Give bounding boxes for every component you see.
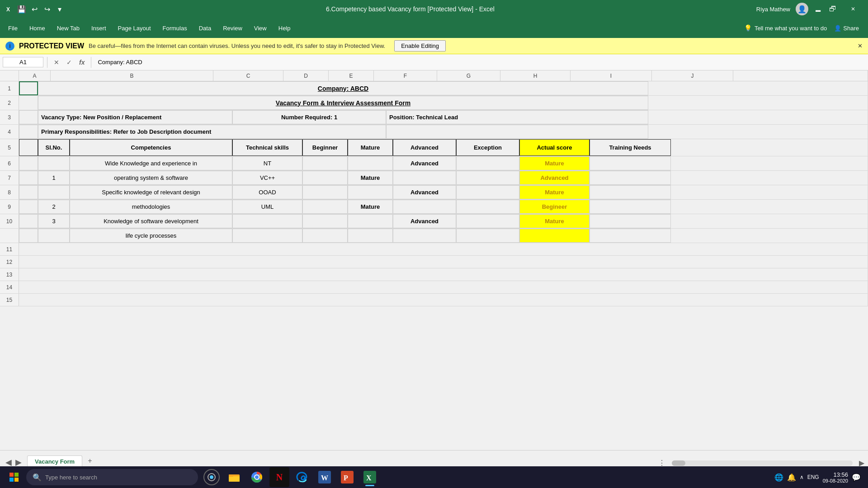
insert-function-icon[interactable]: fx bbox=[76, 58, 87, 67]
cell-d9[interactable]: UML bbox=[232, 200, 302, 214]
cell-h6[interactable] bbox=[456, 156, 519, 170]
cell-j7[interactable] bbox=[590, 171, 671, 185]
cell-j10[interactable] bbox=[590, 214, 671, 228]
cell-j10b[interactable] bbox=[590, 229, 671, 243]
cell-g8[interactable]: Advanced bbox=[393, 185, 456, 199]
menu-new-tab[interactable]: New Tab bbox=[52, 22, 85, 34]
row-num-14[interactable]: 14 bbox=[0, 281, 19, 293]
row-num-4[interactable]: 4 bbox=[0, 125, 19, 139]
cell-f10[interactable] bbox=[348, 214, 393, 228]
menu-formulas[interactable]: Formulas bbox=[157, 22, 193, 34]
cell-i10b[interactable] bbox=[519, 229, 590, 243]
cell-a7[interactable] bbox=[19, 171, 38, 185]
cell-b10b[interactable] bbox=[38, 229, 70, 243]
cell-a6[interactable] bbox=[19, 156, 38, 170]
cell-g10b[interactable] bbox=[393, 229, 456, 243]
cell-i10[interactable]: Mature bbox=[519, 214, 590, 228]
share-button[interactable]: 👤 Share bbox=[828, 22, 865, 34]
row-num-3[interactable]: 3 bbox=[0, 110, 19, 124]
cell-c7[interactable]: operating system & software bbox=[70, 171, 232, 185]
cell-e8[interactable] bbox=[302, 185, 348, 199]
cell-h8[interactable] bbox=[456, 185, 519, 199]
cell-row14[interactable] bbox=[19, 281, 868, 293]
menu-insert[interactable]: Insert bbox=[86, 22, 112, 34]
cell-b4-merged[interactable]: Primary Responsibilities: Refer to Job D… bbox=[38, 125, 386, 139]
row-num-13[interactable]: 13 bbox=[0, 268, 19, 281]
cell-g7[interactable] bbox=[393, 171, 456, 185]
cell-e7[interactable] bbox=[302, 171, 348, 185]
cell-a5[interactable] bbox=[19, 139, 38, 156]
cell-a1[interactable] bbox=[19, 81, 38, 95]
taskbar-app-word[interactable]: W bbox=[315, 467, 335, 487]
cancel-formula-icon[interactable]: ✕ bbox=[51, 58, 62, 67]
cell-row1-extra[interactable] bbox=[648, 81, 868, 95]
cortana-button[interactable] bbox=[203, 469, 220, 485]
cell-d3-f3[interactable]: Number Required: 1 bbox=[232, 110, 386, 124]
cell-row11[interactable] bbox=[19, 243, 868, 255]
cell-f9[interactable]: Mature bbox=[348, 200, 393, 214]
cell-d8[interactable]: OOAD bbox=[232, 185, 302, 199]
row-num-12[interactable]: 12 bbox=[0, 256, 19, 268]
cell-row4-extra[interactable] bbox=[648, 125, 868, 139]
sheet-tab-add[interactable]: + bbox=[83, 455, 96, 467]
row-num-6[interactable]: 6 bbox=[0, 156, 19, 170]
cell-d10b[interactable] bbox=[232, 229, 302, 243]
cell-b6[interactable] bbox=[38, 156, 70, 170]
row-num-10[interactable]: 10 bbox=[0, 214, 19, 228]
minimize-window-icon[interactable]: 🗕 bbox=[814, 5, 823, 14]
cell-row3-extra[interactable] bbox=[648, 110, 868, 124]
save-icon[interactable]: 💾 bbox=[17, 5, 26, 14]
header-exception[interactable]: Exception bbox=[456, 139, 519, 156]
header-advanced[interactable]: Advanced bbox=[393, 139, 456, 156]
menu-data[interactable]: Data bbox=[193, 22, 217, 34]
cell-c9[interactable]: methodologies bbox=[70, 200, 232, 214]
row-num-7[interactable]: 7 bbox=[0, 171, 19, 185]
col-header-g[interactable]: G bbox=[437, 70, 500, 81]
menu-view[interactable]: View bbox=[249, 22, 272, 34]
undo-icon[interactable]: ↩ bbox=[30, 5, 39, 14]
cell-a3[interactable] bbox=[19, 110, 38, 124]
quick-access-dropdown-icon[interactable]: ▾ bbox=[55, 5, 64, 14]
cell-d6[interactable]: NT bbox=[232, 156, 302, 170]
cell-i7[interactable]: Advanced bbox=[519, 171, 590, 185]
user-avatar[interactable]: 👤 bbox=[796, 3, 808, 15]
header-technical-skills[interactable]: Technical skills bbox=[232, 139, 302, 156]
cell-b7[interactable]: 1 bbox=[38, 171, 70, 185]
cell-d10[interactable] bbox=[232, 214, 302, 228]
restore-window-icon[interactable]: 🗗 bbox=[828, 5, 837, 14]
cell-row1-merged[interactable]: Company: ABCD bbox=[38, 81, 648, 95]
cell-reference-input[interactable] bbox=[3, 57, 43, 67]
menu-file[interactable]: File bbox=[3, 22, 23, 34]
cell-row4-rest[interactable] bbox=[386, 125, 648, 139]
menu-help[interactable]: Help bbox=[273, 22, 296, 34]
row-num-9[interactable]: 9 bbox=[0, 200, 19, 214]
taskbar-app-chrome[interactable] bbox=[247, 467, 267, 487]
cell-g10[interactable]: Advanced bbox=[393, 214, 456, 228]
cell-h10[interactable] bbox=[456, 214, 519, 228]
col-header-i[interactable]: I bbox=[571, 70, 652, 81]
header-competencies[interactable]: Competencies bbox=[70, 139, 232, 156]
cell-e10[interactable] bbox=[302, 214, 348, 228]
system-tray-expand[interactable]: ∧ bbox=[800, 474, 804, 480]
cell-h9[interactable] bbox=[456, 200, 519, 214]
enable-editing-button[interactable]: Enable Editing bbox=[394, 40, 446, 52]
start-button[interactable] bbox=[4, 468, 24, 486]
menu-review[interactable]: Review bbox=[217, 22, 248, 34]
confirm-formula-icon[interactable]: ✓ bbox=[64, 58, 75, 67]
cell-a9[interactable] bbox=[19, 200, 38, 214]
taskbar-app-excel[interactable]: X bbox=[360, 467, 380, 487]
col-header-h[interactable]: H bbox=[500, 70, 571, 81]
col-header-a[interactable]: A bbox=[19, 70, 51, 81]
cell-g3-i3[interactable]: Position: Technical Lead bbox=[386, 110, 648, 124]
horizontal-scrollbar[interactable] bbox=[672, 460, 853, 466]
row-num-2[interactable]: 2 bbox=[0, 96, 19, 110]
cell-e6[interactable] bbox=[302, 156, 348, 170]
cell-b8[interactable] bbox=[38, 185, 70, 199]
row-num-11[interactable]: 11 bbox=[0, 243, 19, 255]
cell-f6[interactable] bbox=[348, 156, 393, 170]
header-training-needs[interactable]: Training Needs bbox=[590, 139, 671, 156]
sheet-scroll-right-icon[interactable]: ▶ bbox=[14, 457, 24, 467]
cell-f10b[interactable] bbox=[348, 229, 393, 243]
header-beginner[interactable]: Beginner bbox=[302, 139, 348, 156]
row-num-1[interactable]: 1 bbox=[0, 81, 19, 95]
